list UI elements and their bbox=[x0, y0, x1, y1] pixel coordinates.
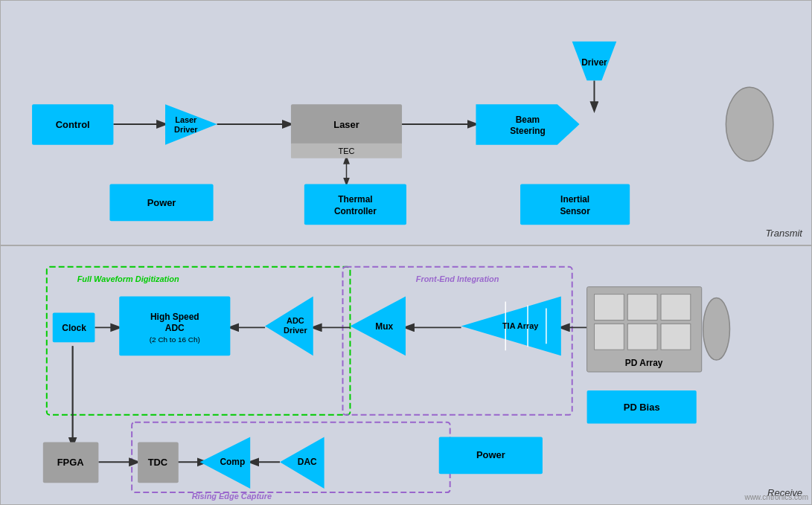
svg-rect-38 bbox=[627, 295, 657, 321]
transmit-section: Control Laser Driver Laser TEC Beam Stee… bbox=[0, 0, 812, 245]
laser-driver-label: Laser bbox=[175, 115, 197, 124]
svg-point-5 bbox=[726, 87, 773, 161]
svg-point-43 bbox=[703, 298, 730, 361]
power-receive-label: Power bbox=[476, 449, 505, 460]
front-end-label: Front-End Integration bbox=[416, 274, 499, 283]
adc-label: High Speed bbox=[150, 312, 199, 322]
beam-steering-label2: Steering bbox=[510, 126, 546, 136]
pd-array-label: PD Array bbox=[625, 358, 663, 368]
rising-edge-label: Rising Edge Capture bbox=[192, 492, 272, 501]
svg-rect-37 bbox=[595, 295, 624, 321]
adc-label3: (2 Ch to 16 Ch) bbox=[150, 335, 200, 344]
svg-rect-41 bbox=[627, 324, 657, 350]
full-waveform-label: Full Waveform Digitization bbox=[77, 274, 179, 283]
adc-label2: ADC bbox=[165, 323, 185, 333]
svg-rect-42 bbox=[661, 324, 691, 350]
fpga-label: FPGA bbox=[57, 457, 84, 468]
adc-driver-label2: Driver bbox=[284, 326, 307, 335]
watermark: www.cntronics.com bbox=[744, 493, 808, 501]
tia-array-label: TIA Array bbox=[502, 321, 539, 330]
control-label: Control bbox=[56, 119, 90, 130]
laser-driver-label2: Driver bbox=[174, 125, 198, 134]
thermal-controller-label2: Controller bbox=[334, 206, 377, 216]
inertial-sensor-label: Inertial bbox=[560, 194, 589, 205]
transmit-label: Transmit bbox=[765, 228, 802, 239]
beam-steering-label: Beam bbox=[516, 115, 540, 125]
pd-bias-label: PD Bias bbox=[624, 402, 660, 413]
laser-label: Laser bbox=[333, 119, 359, 130]
thermal-controller-label: Thermal bbox=[338, 194, 372, 205]
comp-label: Comp bbox=[220, 457, 245, 467]
receive-diagram: Full Waveform Digitization Front-End Int… bbox=[1, 246, 811, 504]
tec-label: TEC bbox=[339, 147, 355, 155]
adc-driver-label: ADC bbox=[287, 316, 304, 325]
tdc-label: TDC bbox=[148, 457, 168, 468]
svg-rect-40 bbox=[595, 324, 624, 350]
transmit-diagram: Control Laser Driver Laser TEC Beam Stee… bbox=[1, 1, 811, 245]
svg-rect-39 bbox=[661, 295, 691, 321]
inertial-sensor-label2: Sensor bbox=[560, 206, 590, 216]
clock-label: Clock bbox=[62, 323, 86, 333]
dac-label: DAC bbox=[298, 457, 317, 467]
mux-label: Mux bbox=[375, 321, 393, 332]
driver-top-label: Driver bbox=[581, 57, 607, 68]
power-transmit-label: Power bbox=[147, 197, 176, 208]
receive-section: Full Waveform Digitization Front-End Int… bbox=[0, 245, 812, 505]
